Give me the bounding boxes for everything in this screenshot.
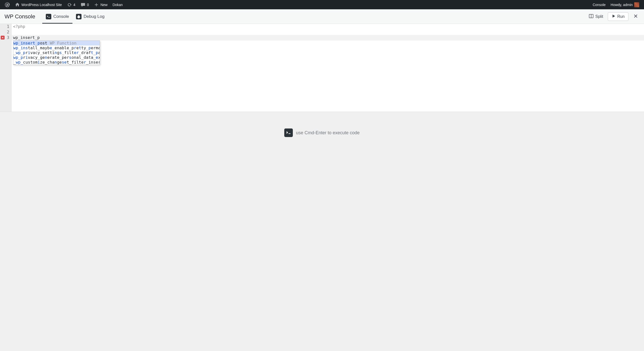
code-area[interactable]: <?php wp_insert_p [12,24,644,112]
comments-link[interactable]: 0 [78,0,91,9]
avatar [634,2,639,7]
autocomplete-item[interactable]: _wp_privacy_settings_filter_draft_page_t… [13,50,100,55]
site-home-link[interactable]: WordPress Localhost Site [13,0,64,9]
split-panel-icon [589,14,594,20]
run-button[interactable]: Run [608,12,628,21]
gutter-line: 1 [0,24,11,29]
bug-icon [76,14,82,19]
my-account[interactable]: Howdy, admin [608,0,641,9]
editor-gutter: 1 2 3 [0,24,12,112]
site-name: WordPress Localhost Site [21,3,62,7]
autocomplete-item[interactable]: wp_install_maybe_enable_pretty_permalink… [13,46,100,50]
dokan-menu[interactable]: Dokan [110,0,125,9]
code-line [12,29,644,35]
update-icon [67,2,72,7]
output-hint: use Cmd-Enter to execute code [284,128,359,137]
gutter-line-number: 3 [7,35,9,40]
output-hint-text: use Cmd-Enter to execute code [296,130,359,136]
new-content-link[interactable]: New [92,0,110,9]
split-label: Split [595,14,603,19]
code-line: <?php [12,24,644,29]
console-link-label: Console [593,3,606,7]
close-icon [633,15,638,19]
split-button[interactable]: Split [588,13,604,21]
app-title: WP Console [0,13,42,20]
code-editor[interactable]: 1 2 3 <?php wp_insert_p wp_insert_postWP… [0,24,644,112]
wordpress-logo-icon [5,2,10,7]
play-icon [612,14,616,19]
autocomplete-item[interactable]: wp_insert_postWP Function [13,41,100,46]
close-button[interactable] [632,12,639,21]
adminbar-left: WordPress Localhost Site 4 0 New Dokan [3,0,125,9]
gutter-line: 3 [0,35,11,40]
code-line-active: wp_insert_p [12,35,644,40]
tab-debug-label: Debug Log [84,14,104,19]
tabs: Console Debug Log [42,9,108,24]
new-label: New [100,3,107,7]
terminal-prompt-icon [284,128,293,137]
comment-icon [80,2,86,7]
comments-count: 0 [87,3,89,7]
run-label: Run [617,14,625,19]
adminbar-right: Console Howdy, admin [590,0,641,9]
autocomplete-item[interactable]: wp_privacy_generate_personal_data_export… [13,55,100,60]
plus-icon [94,2,99,7]
tab-debug-log[interactable]: Debug Log [72,10,108,24]
console-header-right: Split Run [588,12,639,21]
wp-logo-menu[interactable] [3,0,12,9]
gutter-line: 2 [0,29,11,35]
greeting-label: Howdy, admin [611,3,633,7]
autocomplete-item[interactable]: _wp_customize_changeset_filter_insert_po… [13,60,100,65]
dokan-label: Dokan [112,3,123,7]
terminal-icon [46,14,51,19]
updates-count: 4 [73,3,75,7]
tab-console-label: Console [53,14,69,19]
error-marker-icon[interactable] [1,36,5,39]
home-icon [15,2,20,7]
output-panel: use Cmd-Enter to execute code [0,112,644,351]
updates-link[interactable]: 4 [65,0,78,9]
wp-admin-bar: WordPress Localhost Site 4 0 New Dokan C… [0,0,644,9]
console-quicklink[interactable]: Console [590,0,608,9]
tab-console[interactable]: Console [42,10,72,24]
console-header: WP Console Console Debug Log Split [0,9,644,24]
autocomplete-popup[interactable]: wp_insert_postWP Functionwp_install_mayb… [13,40,100,65]
console-header-left: WP Console Console Debug Log [0,9,108,24]
